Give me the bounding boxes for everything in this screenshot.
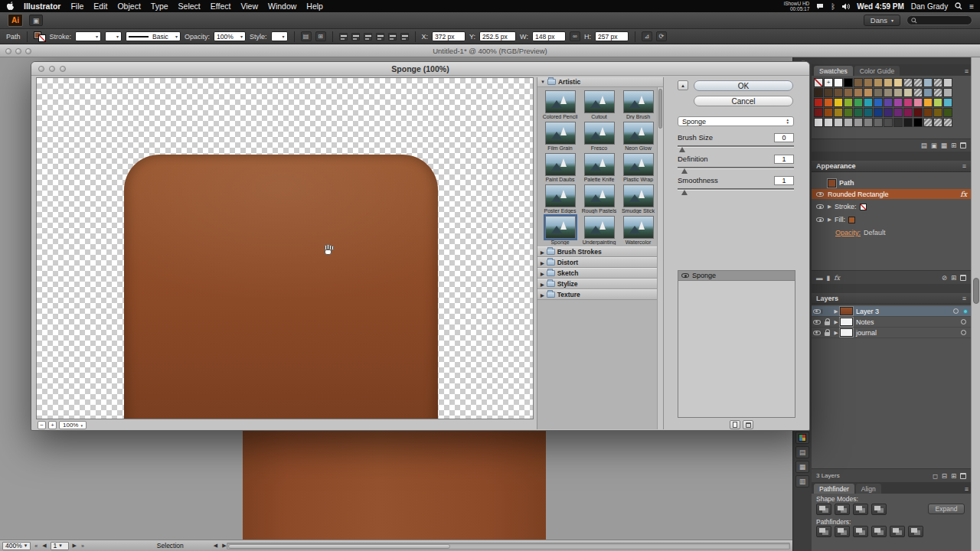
swatch[interactable] <box>893 88 903 97</box>
zoom-in-button[interactable]: + <box>48 421 57 429</box>
menu-item-help[interactable]: Help <box>306 2 323 11</box>
filter-paint-daubs[interactable]: Paint Daubs <box>541 153 580 182</box>
menu-item-effect[interactable]: Effect <box>211 2 231 11</box>
swatch[interactable] <box>874 98 883 107</box>
new-sublayer-icon[interactable]: ⊟ <box>942 472 947 480</box>
dock-graphic-styles-panel-icon[interactable]: ▥ <box>795 475 809 487</box>
swatch[interactable] <box>844 108 853 117</box>
zoom-control[interactable]: 400%▾ <box>2 542 31 550</box>
fx-icon[interactable]: fx <box>960 190 967 198</box>
rotate-icon[interactable]: ⟳ <box>656 31 667 41</box>
tab-color-guide[interactable]: Color Guide <box>854 66 900 76</box>
swatch[interactable] <box>854 98 863 107</box>
effect-layers-list[interactable]: Sponge <box>678 270 795 418</box>
swatch-pattern[interactable] <box>933 118 942 127</box>
tab-pathfinder[interactable]: Pathfinder <box>814 484 854 494</box>
menu-item-view[interactable]: View <box>240 2 258 11</box>
filter-poster-edges[interactable]: Poster Edges <box>541 184 580 214</box>
workspace-switcher[interactable]: Dans ▾ <box>864 15 900 26</box>
swatch[interactable] <box>854 108 863 117</box>
cancel-button[interactable]: Cancel <box>694 96 793 106</box>
bluetooth-icon[interactable]: ᛒ <box>831 2 835 11</box>
prev-artboard-button[interactable]: ◀ <box>41 543 47 549</box>
swatch[interactable] <box>913 98 923 107</box>
volume-icon[interactable] <box>842 3 850 10</box>
panel-menu-icon[interactable]: ≡ <box>962 295 966 302</box>
scrollbar-thumb[interactable] <box>658 89 662 129</box>
swatch[interactable] <box>893 118 903 127</box>
filter-palette-knife[interactable]: Palette Knife <box>580 153 619 182</box>
visibility-eye-icon[interactable] <box>681 273 689 278</box>
swatch[interactable] <box>874 118 883 127</box>
swatch-pattern[interactable] <box>913 78 923 87</box>
swatch[interactable] <box>864 98 873 107</box>
align-middle-icon[interactable] <box>388 33 397 41</box>
visibility-eye-icon[interactable] <box>816 204 824 209</box>
delete-effect-layer-button[interactable] <box>743 420 753 429</box>
duplicate-item-icon[interactable]: ⊞ <box>951 274 956 282</box>
swatch[interactable] <box>884 108 893 117</box>
swatch[interactable] <box>834 108 843 117</box>
dialog-zoom-button[interactable] <box>60 66 66 72</box>
swatch[interactable] <box>814 98 823 107</box>
layer-row-journal[interactable]: ▶ journal <box>812 328 971 338</box>
swatch[interactable] <box>923 108 933 117</box>
swatch[interactable] <box>933 108 942 117</box>
ok-button[interactable]: OK <box>694 80 793 91</box>
menu-extras-icon[interactable]: ≡ <box>969 2 974 11</box>
menu-clock[interactable]: Wed 4:59 PM <box>857 2 904 11</box>
swatch[interactable] <box>923 98 933 107</box>
divide-button[interactable] <box>816 526 831 537</box>
outline-button[interactable] <box>890 526 905 537</box>
swatch[interactable] <box>884 98 893 107</box>
swatch-libraries-icon[interactable]: ▣ <box>931 142 937 149</box>
slider-thumb[interactable] <box>681 190 688 195</box>
horizontal-scrollbar[interactable] <box>227 543 790 549</box>
swatch[interactable] <box>854 78 863 87</box>
category-stylize[interactable]: ▶Stylize <box>537 279 663 289</box>
param-slider-smoothness[interactable] <box>678 185 794 196</box>
swatch[interactable] <box>874 108 883 117</box>
panel-menu-icon[interactable]: ≡ <box>962 162 966 170</box>
swatch[interactable] <box>834 78 843 87</box>
new-fill-icon[interactable]: ▮ <box>827 274 831 282</box>
minus-front-button[interactable] <box>835 504 850 515</box>
swatch[interactable] <box>943 98 952 107</box>
slider-thumb[interactable] <box>681 168 688 174</box>
dialog-close-button[interactable] <box>38 66 44 72</box>
swatch[interactable] <box>854 88 863 97</box>
fill-color-swatch[interactable] <box>848 217 855 223</box>
constrain-proportions-icon[interactable]: ∞ <box>570 31 580 41</box>
filter-browser-scrollbar[interactable] <box>657 87 663 429</box>
swatch[interactable] <box>943 78 952 87</box>
category-distort[interactable]: ▶Distort <box>537 257 663 268</box>
minus-back-button[interactable] <box>908 526 923 537</box>
layer-row-layer-3[interactable]: ▶ Layer 3 <box>812 306 971 317</box>
swatch[interactable] <box>913 108 923 117</box>
swatch[interactable] <box>884 78 893 87</box>
menu-item-edit[interactable]: Edit <box>93 2 107 11</box>
intersect-button[interactable] <box>853 504 868 515</box>
document-setup-icon[interactable]: ▤ <box>301 31 312 41</box>
align-right-icon[interactable] <box>364 33 372 41</box>
artboard-nav-field[interactable]: 1▾ <box>51 542 69 550</box>
filter-colored-pencil[interactable]: Colored Pencil <box>541 90 580 119</box>
target-circle-icon[interactable] <box>953 308 959 314</box>
panel-dock-scrollbar-thumb[interactable] <box>973 278 979 304</box>
new-layer-icon[interactable]: ⊞ <box>951 472 956 480</box>
clear-appearance-icon[interactable]: ⊘ <box>942 274 947 282</box>
lock-icon[interactable] <box>825 332 830 336</box>
menu-item-type[interactable]: Type <box>151 2 168 11</box>
swatch[interactable] <box>903 118 913 127</box>
preferences-icon[interactable]: ⊞ <box>315 31 326 41</box>
filter-cutout[interactable]: Cutout <box>580 90 619 119</box>
swatch[interactable] <box>903 88 913 97</box>
tab-swatches[interactable]: Swatches <box>814 66 853 76</box>
appearance-row-fill[interactable]: ▶ Fill: <box>812 214 971 225</box>
target-circle-icon[interactable] <box>961 330 966 335</box>
align-center-icon[interactable] <box>351 33 360 41</box>
menu-item-file[interactable]: File <box>70 2 83 11</box>
filter-neon-glow[interactable]: Neon Glow <box>619 122 658 151</box>
shear-icon[interactable]: ⊿ <box>642 31 652 41</box>
panel-dock-scrollbar[interactable] <box>971 57 980 551</box>
